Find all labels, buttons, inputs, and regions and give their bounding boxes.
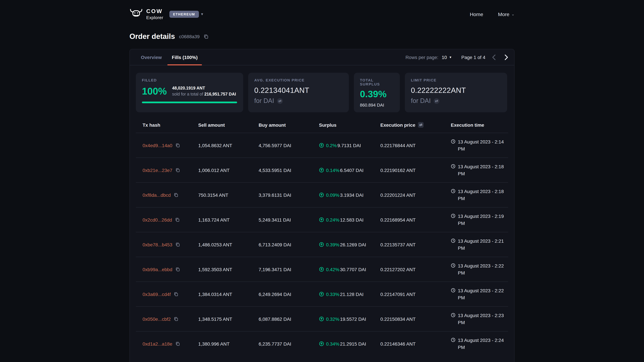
fills-table-body: 0x4ed9...14a0 1,054.8632 ANT 4,756.5977 … xyxy=(136,133,508,356)
surplus-cell: 0.33% 21.128 DAI xyxy=(319,292,380,297)
execution-time-cell: 13 August 2023 - 2:18 PM xyxy=(451,188,508,202)
copy-tx-hash-icon[interactable] xyxy=(174,292,178,296)
tx-hash-link[interactable]: 0x3a69...cd4f xyxy=(142,292,171,297)
fill-progress-track xyxy=(142,102,237,103)
execution-time-text: 13 August 2023 - 2:18 PM xyxy=(458,163,508,177)
table-row: 0x050e...cbf2 1,348.5175 ANT 6,087.8862 … xyxy=(136,306,508,331)
tx-hash-link[interactable]: 0x050e...cbf2 xyxy=(142,316,171,322)
tx-hash-cell: 0xb99a...ebbd xyxy=(142,267,198,272)
execution-time-cell: 13 August 2023 - 2:23 PM xyxy=(451,312,508,326)
execution-time-text: 13 August 2023 - 2:18 PM xyxy=(458,188,508,202)
stats-row: FILLED 100% 48,020.1919 ANT sold for a t… xyxy=(130,65,514,112)
swap-currency-icon[interactable]: ⇄ xyxy=(434,98,440,104)
rows-per-page-select[interactable]: 10 ▼ xyxy=(442,54,452,60)
nav-home-label: Home xyxy=(470,11,483,17)
nav-more-label: More xyxy=(498,11,509,17)
clock-icon xyxy=(451,238,456,243)
surplus-cell: 0.14% 6.5407 DAI xyxy=(319,167,380,173)
surplus-amount: 21.2915 DAI xyxy=(340,341,366,347)
avg-price-quote: for DAI ⇄ xyxy=(254,97,343,105)
copy-tx-hash-icon[interactable] xyxy=(176,242,180,247)
surplus-percent: 0.24% xyxy=(326,217,339,222)
surplus-amount: 30.7707 DAI xyxy=(340,267,366,272)
surplus-amount: 21.128 DAI xyxy=(340,292,364,297)
sell-amount-cell: 1,006.012 ANT xyxy=(198,167,258,173)
execution-time-cell: 13 August 2023 - 2:21 PM xyxy=(451,238,508,251)
tx-hash-link[interactable]: 0xf8da...dbcd xyxy=(142,192,171,198)
col-tx-hash: Tx hash xyxy=(142,122,198,128)
tx-hash-link[interactable]: 0x4ed9...14a0 xyxy=(142,143,172,148)
tab-overview[interactable]: Overview xyxy=(136,49,167,65)
copy-tx-hash-icon[interactable] xyxy=(174,317,178,321)
nav-item-more[interactable]: More ⌄ xyxy=(498,11,514,17)
limit-price-quote: for DAI ⇄ xyxy=(411,97,501,105)
copy-tx-hash-icon[interactable] xyxy=(175,218,180,222)
filled-details: 48,020.1919 ANT sold for a total of 216,… xyxy=(172,85,236,97)
fills-table: Tx hash Sell amount Buy amount Surplus E… xyxy=(136,116,508,356)
surplus-amount: 3.1934 DAI xyxy=(340,192,364,198)
surplus-percent: 0.09% xyxy=(326,192,339,198)
clock-icon xyxy=(451,189,456,193)
swap-currency-icon[interactable]: ⇄ xyxy=(277,98,283,104)
pager xyxy=(492,54,508,60)
surplus-up-arrow-icon xyxy=(319,267,324,272)
execution-time-cell: 13 August 2023 - 2:18 PM xyxy=(451,163,508,177)
network-badge[interactable]: ETHEREUM xyxy=(170,10,199,17)
sell-amount-cell: 750.3154 ANT xyxy=(198,192,258,198)
cow-explorer-logo[interactable]: COW Explorer xyxy=(130,8,163,20)
filled-amount: 48,020.1919 ANT xyxy=(172,86,205,90)
filled-card: FILLED 100% 48,020.1919 ANT sold for a t… xyxy=(136,73,243,112)
nav-item-home[interactable]: Home xyxy=(470,11,483,17)
execution-time-text: 13 August 2023 - 2:23 PM xyxy=(458,312,508,326)
buy-amount-cell: 5,249.3411 DAI xyxy=(258,217,319,222)
toggle-price-unit-icon[interactable]: ⇄ xyxy=(418,122,424,128)
execution-price-cell: 0.22190162 ANT xyxy=(380,167,451,173)
copy-tx-hash-icon[interactable] xyxy=(176,267,180,272)
table-row: 0xbe78...b453 1,486.0253 ANT 6,713.2409 … xyxy=(136,232,508,257)
total-surplus-card: TOTAL SURPLUS 0.39% 860.894 DAI xyxy=(354,73,400,112)
tx-hash-cell: 0x050e...cbf2 xyxy=(142,316,198,322)
next-page-button[interactable] xyxy=(504,54,508,60)
surplus-percent: 0.32% xyxy=(326,316,339,322)
execution-time-text: 13 August 2023 - 2:24 PM xyxy=(458,337,508,351)
avg-execution-price-card: AVG. EXECUTION PRICE 0.22134041ANT for D… xyxy=(248,73,349,112)
copy-tx-hash-icon[interactable] xyxy=(174,193,178,197)
tx-hash-cell: 0xf8da...dbcd xyxy=(142,192,198,198)
cow-logo-icon xyxy=(130,9,143,19)
execution-price-cell: 0.22127202 ANT xyxy=(380,267,451,272)
table-row: 0x2cd0...26dd 1,163.724 ANT 5,249.3411 D… xyxy=(136,207,508,232)
buy-amount-cell: 6,087.8862 DAI xyxy=(258,316,319,322)
col-buy-amount: Buy amount xyxy=(258,122,319,128)
table-toolbar: Rows per page: 10 ▼ Page 1 of 4 xyxy=(406,49,508,65)
tx-hash-link[interactable]: 0xbe78...b453 xyxy=(142,242,172,247)
execution-time-text: 13 August 2023 - 2:22 PM xyxy=(458,287,508,301)
tx-hash-link[interactable]: 0xb99a...ebbd xyxy=(142,267,172,272)
surplus-cell: 0.24% 12.583 DAI xyxy=(319,217,380,222)
brand-name: COW xyxy=(146,8,163,14)
surplus-amount: 6.5407 DAI xyxy=(340,167,364,173)
filled-card-label: FILLED xyxy=(142,78,237,82)
execution-price-cell: 0.22176844 ANT xyxy=(380,143,451,148)
copy-order-id-icon[interactable] xyxy=(204,34,208,39)
copy-tx-hash-icon[interactable] xyxy=(176,143,180,147)
buy-amount-cell: 6,235.7737 DAI xyxy=(258,341,319,347)
copy-tx-hash-icon[interactable] xyxy=(176,168,180,172)
copy-tx-hash-icon[interactable] xyxy=(176,342,180,346)
surplus-up-arrow-icon xyxy=(319,242,324,247)
tx-hash-link[interactable]: 0xd1a2...a18e xyxy=(142,341,172,347)
execution-time-text: 13 August 2023 - 2:19 PM xyxy=(458,213,508,226)
surplus-cell: 0.34% 21.2915 DAI xyxy=(319,341,380,347)
network-chevron-down-icon[interactable]: ▾ xyxy=(201,12,203,16)
surplus-up-arrow-icon xyxy=(319,341,324,346)
avg-price-label: AVG. EXECUTION PRICE xyxy=(254,78,343,82)
sell-amount-cell: 1,380.996 ANT xyxy=(198,341,258,347)
table-row: 0x4ed9...14a0 1,054.8632 ANT 4,756.5977 … xyxy=(136,133,508,158)
previous-page-button[interactable] xyxy=(492,54,496,60)
tab-fills[interactable]: Fills (100%) xyxy=(167,49,203,65)
execution-price-cell: 0.22147091 ANT xyxy=(380,292,451,297)
total-surplus-percent: 0.39% xyxy=(360,89,394,99)
surplus-percent: 0.42% xyxy=(326,267,339,272)
filled-sold-text: sold for a total of 216,951.757 DAI xyxy=(172,92,236,96)
tx-hash-link[interactable]: 0x2cd0...26dd xyxy=(142,217,172,222)
tx-hash-link[interactable]: 0xb21e...23e7 xyxy=(142,167,172,173)
